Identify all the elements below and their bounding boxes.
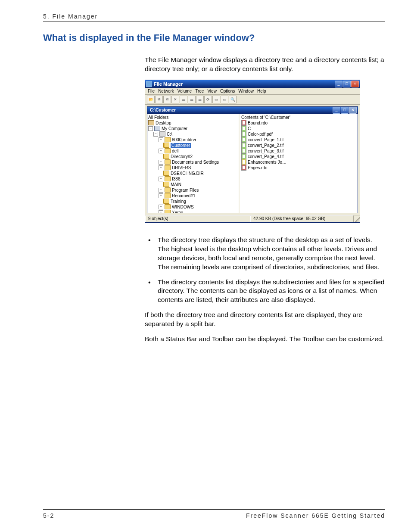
menu-help[interactable]: Help	[257, 89, 266, 93]
tree-8000prntdrvr[interactable]: 8000prntdrvr	[172, 137, 196, 142]
expand-icon[interactable]: +	[159, 188, 163, 193]
list-item[interactable]: Bound.rdo	[248, 121, 268, 125]
tree-customer-selected[interactable]: Customer	[171, 143, 191, 148]
running-head: 5. File Manager	[43, 13, 385, 22]
tree-directory2[interactable]: Directory#2	[171, 154, 193, 159]
list-item[interactable]: convert_Page_3.tif	[248, 149, 283, 153]
menu-volume[interactable]: Volume	[177, 89, 192, 93]
toolbar-delete-icon[interactable]: ✕	[171, 96, 179, 103]
maximize-button[interactable]: □	[343, 81, 351, 87]
outer-titlebar: File Manager _ □ ×	[145, 80, 360, 88]
list-item[interactable]: Enhancements Jo…	[248, 160, 286, 165]
close-button[interactable]: ×	[351, 81, 359, 87]
inner-close-button[interactable]: ×	[349, 107, 357, 114]
tree-xerox[interactable]: Xerox	[172, 210, 183, 213]
file-icon	[241, 131, 246, 137]
file-icon	[241, 159, 246, 165]
list-item[interactable]: C	[248, 126, 251, 131]
tree-c-drive[interactable]: C:\	[167, 132, 172, 137]
toolbar-copy-icon[interactable]: ⧉	[155, 96, 163, 103]
folder-icon	[165, 148, 171, 153]
folder-icon	[163, 199, 169, 204]
folder-icon	[163, 182, 169, 187]
list-item[interactable]: convert_Page_1.tif	[248, 137, 283, 142]
list-item[interactable]: Color-pdf.pdf	[248, 132, 273, 137]
tree-mycomputer[interactable]: My Computer	[162, 126, 187, 131]
list-item[interactable]: convert_Page_2.tif	[248, 143, 283, 148]
menu-tree[interactable]: Tree	[195, 89, 204, 93]
toolbar-open-icon[interactable]: 📂	[147, 96, 155, 103]
tree-i386[interactable]: I386	[172, 177, 180, 181]
inner-maximize-button[interactable]: □	[341, 107, 349, 114]
menu-window[interactable]: Window	[238, 89, 254, 93]
tree-drivers[interactable]: DRIVERS	[172, 165, 191, 170]
folder-icon	[165, 210, 171, 213]
expand-icon[interactable]: +	[159, 165, 163, 170]
tree-dsexchng[interactable]: DSEXCHNG.DIR	[171, 171, 204, 176]
expand-icon[interactable]: +	[159, 193, 163, 198]
inner-minimize-button[interactable]: _	[333, 107, 340, 114]
folder-icon	[163, 171, 169, 176]
app-title: File Manager	[154, 81, 335, 87]
toolbar-misc1-icon[interactable]: ▭	[212, 96, 220, 103]
folder-open-icon	[163, 143, 169, 148]
folder-icon	[165, 165, 171, 170]
inner-window: C:\Customer _ □ × All Folders Desktop −M…	[147, 106, 358, 213]
menu-view[interactable]: View	[207, 89, 217, 93]
status-object-count: 9 object(s)	[145, 215, 250, 222]
menu-file[interactable]: File	[148, 89, 155, 93]
toolbar-tree-icon[interactable]: ☰	[180, 96, 187, 103]
tree-training[interactable]: Training	[171, 199, 186, 204]
toolbar-details-icon[interactable]: ☰	[196, 96, 204, 103]
file-icon	[241, 142, 246, 148]
toolbar-misc2-icon[interactable]: ▭	[221, 96, 228, 103]
tree-desktop[interactable]: Desktop	[156, 121, 171, 125]
bullet-item: The directory tree displays the structur…	[145, 236, 385, 272]
file-icon	[241, 148, 246, 154]
menu-options[interactable]: Options	[220, 89, 235, 93]
menu-network[interactable]: Network	[158, 89, 174, 93]
tree-docsettings[interactable]: Documents and Settings	[172, 160, 219, 165]
list-item[interactable]: Pages.rdo	[248, 165, 268, 170]
list-pane[interactable]: Contents of 'C:\Customer' Bound.rdo C Co…	[240, 114, 358, 213]
expand-icon[interactable]: +	[159, 205, 163, 209]
tree-windows[interactable]: WINDOWS	[172, 205, 194, 209]
expand-icon[interactable]: −	[153, 132, 158, 137]
page-footer: 5-2 FreeFlow Scanner 665E Getting Starte…	[43, 509, 385, 519]
desktop-icon	[148, 120, 154, 125]
drive-icon	[159, 131, 165, 137]
minimize-button[interactable]: _	[335, 81, 342, 87]
expand-icon[interactable]: +	[159, 177, 163, 181]
expand-icon[interactable]: +	[159, 160, 163, 165]
tree-main[interactable]: MAIN	[171, 182, 181, 187]
expand-icon[interactable]: +	[159, 137, 163, 142]
body-paragraph: Both a Status Bar and Toolbar can be dis…	[145, 335, 385, 344]
tree-renamed1[interactable]: Renamed#1	[172, 193, 195, 198]
folder-icon	[165, 193, 171, 198]
figure-file-manager: File Manager _ □ × File Network Volume T…	[145, 80, 359, 223]
footer-doc-title: FreeFlow Scanner 665E Getting Started	[246, 512, 385, 519]
folder-icon	[165, 137, 171, 142]
toolbar-paste-icon[interactable]: ⧉	[163, 96, 171, 103]
file-icon	[241, 153, 246, 159]
intro-paragraph: The File Manager window displays a direc…	[145, 56, 385, 74]
list-item[interactable]: convert_Page_4.tif	[248, 154, 283, 159]
inner-titlebar: C:\Customer _ □ ×	[147, 107, 358, 114]
expand-icon[interactable]: −	[148, 126, 153, 131]
expand-icon[interactable]: +	[159, 149, 163, 153]
toolbar-search-icon[interactable]: 🔍	[229, 96, 237, 103]
file-icon	[241, 125, 246, 131]
file-icon	[241, 137, 246, 143]
tree-dell[interactable]: dell	[172, 149, 179, 153]
resize-grip-icon[interactable]	[354, 216, 360, 222]
toolbar-refresh-icon[interactable]: ⟳	[204, 96, 212, 103]
folder-icon	[165, 159, 171, 165]
bullet-list: The directory tree displays the structur…	[145, 236, 385, 305]
file-icon	[241, 165, 246, 171]
expand-icon[interactable]: +	[159, 210, 163, 213]
tree-programfiles[interactable]: Program Files	[172, 188, 199, 193]
tree-header: All Folders	[148, 115, 168, 120]
folder-icon	[165, 204, 171, 209]
tree-pane[interactable]: All Folders Desktop −My Computer −C:\ +8…	[147, 114, 240, 213]
toolbar-list-icon[interactable]: ☰	[188, 96, 196, 103]
